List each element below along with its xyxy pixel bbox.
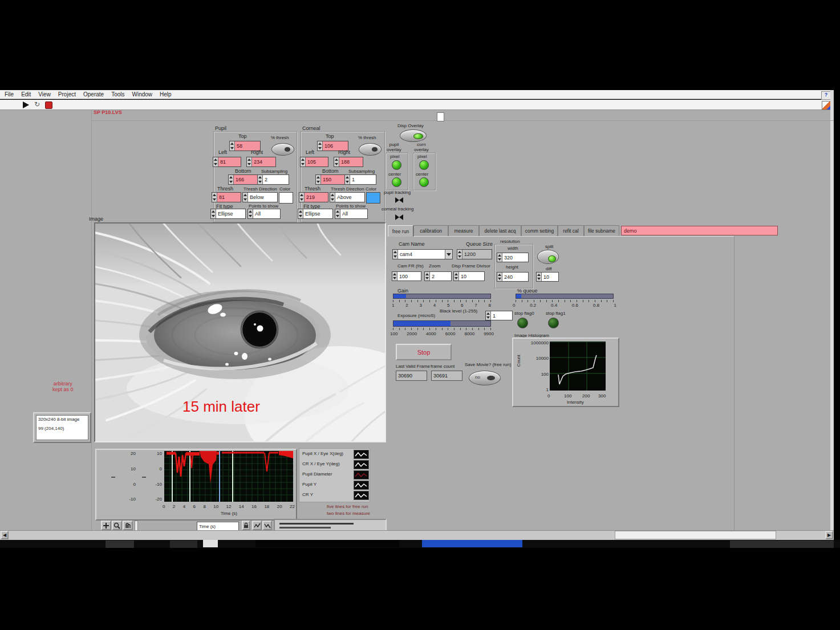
pct-queue-slider[interactable] xyxy=(516,294,614,299)
height-field[interactable]: 240 xyxy=(497,272,529,282)
menu-view[interactable]: View xyxy=(38,91,51,97)
menu-project[interactable]: Project xyxy=(58,91,76,97)
tab-free-run[interactable]: free run xyxy=(388,225,413,237)
x-scale-name-field[interactable]: Time (s) xyxy=(197,522,239,531)
menu-help[interactable]: Help xyxy=(160,91,172,97)
taskbar-active-item[interactable] xyxy=(422,540,522,547)
run-icon[interactable] xyxy=(23,101,29,108)
corneal-bottom-field[interactable]: 150 xyxy=(315,174,347,185)
pupil-overlay-center-led[interactable] xyxy=(392,177,401,187)
legend-item-4[interactable]: CR Y xyxy=(302,492,313,497)
graph-cursor-tool-icon[interactable] xyxy=(101,521,111,530)
legend-plot-icon-0[interactable] xyxy=(354,450,369,459)
autoscale-x-icon[interactable] xyxy=(252,521,262,530)
pupil-right-label: Right xyxy=(251,149,263,155)
pupil-right-field[interactable]: 234 xyxy=(246,157,276,167)
cam-fr-field[interactable]: 100 xyxy=(392,271,421,281)
help-icon[interactable]: ? xyxy=(821,91,831,100)
pupil-points-dropdown[interactable]: All xyxy=(247,209,281,219)
menu-tools[interactable]: Tools xyxy=(111,91,124,97)
cam-name-dropdown[interactable]: cam4 xyxy=(392,249,453,259)
pupil-tracking-toggle[interactable] xyxy=(394,196,404,204)
tab-calibration[interactable]: calibration xyxy=(413,225,448,236)
disp-overlay-toggle[interactable] xyxy=(400,129,427,142)
save-movie-toggle[interactable]: no xyxy=(469,371,501,385)
tab-delete-last-acq[interactable]: delete last acq xyxy=(479,225,521,236)
width-field[interactable]: 320 xyxy=(497,253,529,262)
menu-file[interactable]: File xyxy=(5,91,14,97)
scroll-right-icon[interactable]: ▶ xyxy=(825,531,833,539)
corneal-pct-thresh-toggle[interactable] xyxy=(359,143,382,156)
corneal-subsampling-field[interactable]: 1 xyxy=(344,174,376,185)
tab-comm-setting[interactable]: comm setting xyxy=(521,225,558,236)
taskbar-item[interactable] xyxy=(730,540,834,548)
taskbar-item[interactable] xyxy=(203,540,218,547)
legend-plot-icon-4[interactable] xyxy=(354,491,369,500)
stop-button[interactable]: Stop xyxy=(396,344,452,360)
corneal-direction-dropdown[interactable]: Above xyxy=(330,192,365,202)
corn-overlay-pixel-led[interactable] xyxy=(419,160,429,170)
legend-item-2[interactable]: Pupil Diameter xyxy=(302,472,332,477)
tab-refit-cal[interactable]: refit cal xyxy=(558,225,584,236)
taskbar-item[interactable] xyxy=(105,540,134,548)
last-valid-frame-label: Last Valid Frame xyxy=(396,364,430,369)
zoom-field[interactable]: 2 xyxy=(424,271,452,281)
gain-slider[interactable] xyxy=(393,294,491,299)
menu-window[interactable]: Window xyxy=(132,91,152,97)
spinner[interactable] xyxy=(230,141,235,151)
disp-frame-divisor-field[interactable]: 10 xyxy=(453,271,485,281)
queue-size-field[interactable]: 1200 xyxy=(457,249,492,259)
note-box[interactable] xyxy=(437,112,444,121)
chart-xticks: 0246810121416182022 xyxy=(163,504,295,509)
pupil-left-field[interactable]: 81 xyxy=(213,157,241,167)
pupil-color-swatch[interactable] xyxy=(279,192,293,204)
pupil-thresh-field[interactable]: 81 xyxy=(212,192,241,202)
scrollbar-thumb[interactable] xyxy=(615,531,776,539)
corneal-subsampling-label: Subsampling xyxy=(348,169,375,174)
pupil-fit-dropdown[interactable]: Ellipse xyxy=(210,209,246,219)
legend-item-3[interactable]: Pupil Y xyxy=(302,482,316,487)
exposure-slider[interactable] xyxy=(393,320,491,327)
taskbar[interactable] xyxy=(0,540,840,548)
histogram-xtick-2: 200 xyxy=(582,393,590,399)
legend-plot-icon-2[interactable] xyxy=(354,470,369,479)
scale-lock-icon[interactable] xyxy=(242,521,250,530)
run-continuous-icon[interactable]: ↻ xyxy=(34,100,40,108)
stop-flag0-led[interactable] xyxy=(517,318,528,328)
legend-item-0[interactable]: Pupil X / Eye X(deg) xyxy=(302,451,343,456)
taskbar-item[interactable] xyxy=(255,540,399,547)
corneal-points-dropdown[interactable]: All xyxy=(335,209,368,219)
legend-plot-icon-1[interactable] xyxy=(354,460,369,469)
corneal-left-field[interactable]: 105 xyxy=(300,157,328,167)
taskbar-item[interactable] xyxy=(170,540,197,548)
graph-pan-tool-icon[interactable] xyxy=(123,521,133,530)
menu-operate[interactable]: Operate xyxy=(83,91,104,97)
pupil-direction-dropdown[interactable]: Below xyxy=(242,192,278,202)
file-subname-input[interactable]: demo xyxy=(621,226,778,235)
corneal-thresh-field[interactable]: 219 xyxy=(299,192,328,202)
scroll-left-icon[interactable]: ◀ xyxy=(1,531,9,539)
corneal-right-field[interactable]: 188 xyxy=(334,157,363,167)
stop-flag1-led[interactable] xyxy=(548,318,559,328)
pupil-bottom-field[interactable]: 166 xyxy=(228,174,260,185)
pupil-pct-thresh-toggle[interactable] xyxy=(271,143,294,156)
pupil-overlay-pixel-led[interactable] xyxy=(392,160,401,170)
split-toggle[interactable] xyxy=(537,250,559,264)
corneal-color-swatch[interactable] xyxy=(366,192,380,204)
tab-file-subname[interactable]: file subname xyxy=(584,225,619,236)
corneal-tracking-toggle[interactable] xyxy=(394,213,404,221)
legend-plot-icon-3[interactable] xyxy=(354,481,369,490)
autoscale-y-icon[interactable] xyxy=(262,521,272,530)
black-level-field[interactable]: 1 xyxy=(485,311,513,320)
corn-overlay-center-led[interactable] xyxy=(419,177,429,187)
diff-field[interactable]: 10 xyxy=(536,272,559,282)
pupil-subsampling-field[interactable]: 2 xyxy=(257,174,289,185)
tab-measure[interactable]: measure xyxy=(448,225,479,236)
corneal-fit-dropdown[interactable]: Ellipse xyxy=(298,209,333,219)
abort-icon[interactable] xyxy=(45,101,52,109)
dropdown-arrow-icon[interactable] xyxy=(445,250,452,259)
frame-count-label: frame count xyxy=(431,364,455,369)
graph-zoom-tool-icon[interactable] xyxy=(112,521,122,530)
legend-item-1[interactable]: CR X / Eye Y(deg) xyxy=(302,461,340,466)
menu-edit[interactable]: Edit xyxy=(21,91,31,97)
